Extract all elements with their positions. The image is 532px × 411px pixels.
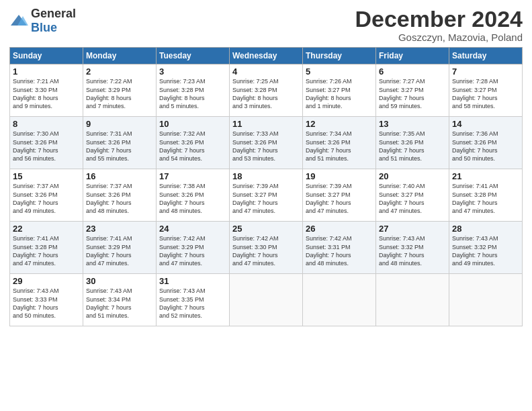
logo-text: General Blue xyxy=(31,7,76,35)
day-info: Sunrise: 7:25 AMSunset: 3:28 PMDaylight:… xyxy=(232,77,300,110)
day-number: 7 xyxy=(452,66,519,77)
day-info: Sunrise: 7:33 AMSunset: 3:26 PMDaylight:… xyxy=(232,130,300,163)
calendar-cell: 7Sunrise: 7:28 AMSunset: 3:27 PMDaylight… xyxy=(449,64,523,117)
logo-icon xyxy=(9,13,28,28)
day-info: Sunrise: 7:37 AMSunset: 3:26 PMDaylight:… xyxy=(13,182,80,215)
day-number: 16 xyxy=(86,171,153,181)
day-number: 23 xyxy=(86,224,153,234)
day-number: 10 xyxy=(159,119,226,129)
page-container: General Blue December 2024 Goszczyn, Maz… xyxy=(0,0,532,330)
calendar-cell: 23Sunrise: 7:41 AMSunset: 3:29 PMDayligh… xyxy=(83,222,157,274)
weekday-header-thursday: Thursday xyxy=(303,48,376,64)
day-info: Sunrise: 7:42 AMSunset: 3:31 PMDaylight:… xyxy=(306,234,373,267)
day-info: Sunrise: 7:30 AMSunset: 3:26 PMDaylight:… xyxy=(13,130,80,163)
day-info: Sunrise: 7:37 AMSunset: 3:26 PMDaylight:… xyxy=(86,182,153,215)
weekday-header-wednesday: Wednesday xyxy=(230,48,303,64)
day-number: 15 xyxy=(13,171,80,181)
day-number: 1 xyxy=(13,66,80,77)
calendar-cell: 9Sunrise: 7:31 AMSunset: 3:26 PMDaylight… xyxy=(83,117,157,169)
logo-general: General xyxy=(31,7,76,20)
calendar-cell: 30Sunrise: 7:43 AMSunset: 3:34 PMDayligh… xyxy=(83,274,157,326)
calendar-cell: 28Sunrise: 7:43 AMSunset: 3:32 PMDayligh… xyxy=(449,222,523,274)
day-info: Sunrise: 7:21 AMSunset: 3:30 PMDaylight:… xyxy=(13,77,80,110)
day-info: Sunrise: 7:31 AMSunset: 3:26 PMDaylight:… xyxy=(86,130,153,163)
day-info: Sunrise: 7:40 AMSunset: 3:27 PMDaylight:… xyxy=(379,182,446,215)
day-info: Sunrise: 7:38 AMSunset: 3:26 PMDaylight:… xyxy=(159,182,226,215)
day-number: 25 xyxy=(232,224,300,234)
day-number: 6 xyxy=(379,66,446,77)
month-title: December 2024 xyxy=(355,7,523,32)
day-number: 4 xyxy=(232,66,300,77)
day-number: 14 xyxy=(452,119,519,129)
calendar-cell xyxy=(376,274,449,326)
calendar-cell xyxy=(303,274,376,326)
calendar-cell: 3Sunrise: 7:23 AMSunset: 3:28 PMDaylight… xyxy=(157,64,230,117)
day-info: Sunrise: 7:43 AMSunset: 3:32 PMDaylight:… xyxy=(379,234,446,267)
calendar-cell: 5Sunrise: 7:26 AMSunset: 3:27 PMDaylight… xyxy=(303,64,376,117)
week-row-2: 8Sunrise: 7:30 AMSunset: 3:26 PMDaylight… xyxy=(10,117,523,169)
header: General Blue December 2024 Goszczyn, Maz… xyxy=(9,7,523,43)
day-number: 13 xyxy=(379,119,446,129)
week-row-3: 15Sunrise: 7:37 AMSunset: 3:26 PMDayligh… xyxy=(10,169,523,222)
day-info: Sunrise: 7:42 AMSunset: 3:30 PMDaylight:… xyxy=(232,234,300,267)
calendar-cell: 12Sunrise: 7:34 AMSunset: 3:26 PMDayligh… xyxy=(303,117,376,169)
calendar-cell: 27Sunrise: 7:43 AMSunset: 3:32 PMDayligh… xyxy=(376,222,449,274)
day-info: Sunrise: 7:23 AMSunset: 3:28 PMDaylight:… xyxy=(159,77,226,110)
title-section: December 2024 Goszczyn, Mazovia, Poland xyxy=(355,7,523,43)
day-number: 28 xyxy=(452,224,519,234)
calendar-cell xyxy=(449,274,523,326)
weekday-header-tuesday: Tuesday xyxy=(157,48,230,64)
weekday-header-saturday: Saturday xyxy=(449,48,523,64)
location-subtitle: Goszczyn, Mazovia, Poland xyxy=(355,32,523,43)
day-number: 17 xyxy=(159,171,226,181)
day-info: Sunrise: 7:41 AMSunset: 3:29 PMDaylight:… xyxy=(86,234,153,267)
day-info: Sunrise: 7:34 AMSunset: 3:26 PMDaylight:… xyxy=(306,130,373,163)
day-info: Sunrise: 7:43 AMSunset: 3:35 PMDaylight:… xyxy=(159,287,226,320)
day-info: Sunrise: 7:39 AMSunset: 3:27 PMDaylight:… xyxy=(306,182,373,215)
calendar-cell xyxy=(230,274,303,326)
day-number: 20 xyxy=(379,171,446,181)
calendar-cell: 21Sunrise: 7:41 AMSunset: 3:28 PMDayligh… xyxy=(449,169,523,222)
calendar-cell: 15Sunrise: 7:37 AMSunset: 3:26 PMDayligh… xyxy=(10,169,83,222)
day-info: Sunrise: 7:36 AMSunset: 3:26 PMDaylight:… xyxy=(452,130,519,163)
weekday-header-monday: Monday xyxy=(83,48,157,64)
logo-blue: Blue xyxy=(31,21,57,34)
calendar-cell: 29Sunrise: 7:43 AMSunset: 3:33 PMDayligh… xyxy=(10,274,83,326)
day-info: Sunrise: 7:43 AMSunset: 3:33 PMDaylight:… xyxy=(13,287,80,320)
day-number: 9 xyxy=(86,119,153,129)
calendar-cell: 1Sunrise: 7:21 AMSunset: 3:30 PMDaylight… xyxy=(10,64,83,117)
day-number: 18 xyxy=(232,171,300,181)
day-number: 5 xyxy=(306,66,373,77)
day-number: 2 xyxy=(86,66,153,77)
day-info: Sunrise: 7:32 AMSunset: 3:26 PMDaylight:… xyxy=(159,130,226,163)
calendar-cell: 25Sunrise: 7:42 AMSunset: 3:30 PMDayligh… xyxy=(230,222,303,274)
day-info: Sunrise: 7:26 AMSunset: 3:27 PMDaylight:… xyxy=(306,77,373,110)
weekday-header-sunday: Sunday xyxy=(10,48,83,64)
day-info: Sunrise: 7:39 AMSunset: 3:27 PMDaylight:… xyxy=(232,182,300,215)
calendar-cell: 19Sunrise: 7:39 AMSunset: 3:27 PMDayligh… xyxy=(303,169,376,222)
calendar-cell: 10Sunrise: 7:32 AMSunset: 3:26 PMDayligh… xyxy=(157,117,230,169)
day-number: 30 xyxy=(86,276,153,286)
day-number: 27 xyxy=(379,224,446,234)
calendar-cell: 6Sunrise: 7:27 AMSunset: 3:27 PMDaylight… xyxy=(376,64,449,117)
calendar-cell: 17Sunrise: 7:38 AMSunset: 3:26 PMDayligh… xyxy=(157,169,230,222)
calendar-cell: 26Sunrise: 7:42 AMSunset: 3:31 PMDayligh… xyxy=(303,222,376,274)
day-number: 12 xyxy=(306,119,373,129)
calendar-cell: 2Sunrise: 7:22 AMSunset: 3:29 PMDaylight… xyxy=(83,64,157,117)
day-info: Sunrise: 7:41 AMSunset: 3:28 PMDaylight:… xyxy=(452,182,519,215)
week-row-1: 1Sunrise: 7:21 AMSunset: 3:30 PMDaylight… xyxy=(10,64,523,117)
calendar-cell: 24Sunrise: 7:42 AMSunset: 3:29 PMDayligh… xyxy=(157,222,230,274)
calendar-cell: 20Sunrise: 7:40 AMSunset: 3:27 PMDayligh… xyxy=(376,169,449,222)
logo: General Blue xyxy=(9,7,76,35)
weekday-header-row: SundayMondayTuesdayWednesdayThursdayFrid… xyxy=(10,48,523,64)
day-info: Sunrise: 7:28 AMSunset: 3:27 PMDaylight:… xyxy=(452,77,519,110)
day-number: 3 xyxy=(159,66,226,77)
day-number: 26 xyxy=(306,224,373,234)
day-info: Sunrise: 7:42 AMSunset: 3:29 PMDaylight:… xyxy=(159,234,226,267)
day-number: 31 xyxy=(159,276,226,286)
calendar-cell: 31Sunrise: 7:43 AMSunset: 3:35 PMDayligh… xyxy=(157,274,230,326)
day-info: Sunrise: 7:43 AMSunset: 3:32 PMDaylight:… xyxy=(452,234,519,267)
day-info: Sunrise: 7:35 AMSunset: 3:26 PMDaylight:… xyxy=(379,130,446,163)
day-number: 24 xyxy=(159,224,226,234)
day-number: 22 xyxy=(13,224,80,234)
